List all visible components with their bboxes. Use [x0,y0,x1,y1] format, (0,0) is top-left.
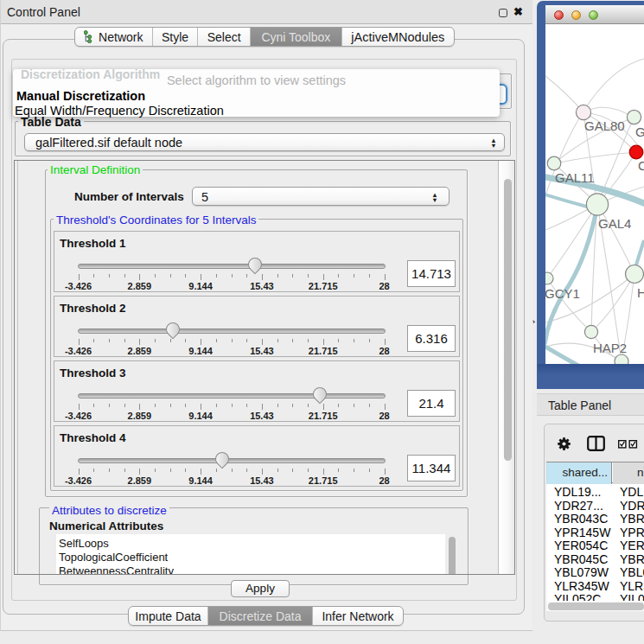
svg-text:H: H [637,285,644,300]
svg-text:GAL11: GAL11 [555,170,595,185]
svg-text:C: C [638,158,644,173]
svg-text:GAL4: GAL4 [598,216,631,231]
svg-text:G: G [635,124,644,139]
svg-text:GCY1: GCY1 [545,286,580,301]
svg-text:HAP2: HAP2 [593,341,627,355]
svg-text:GAL80: GAL80 [584,118,625,133]
